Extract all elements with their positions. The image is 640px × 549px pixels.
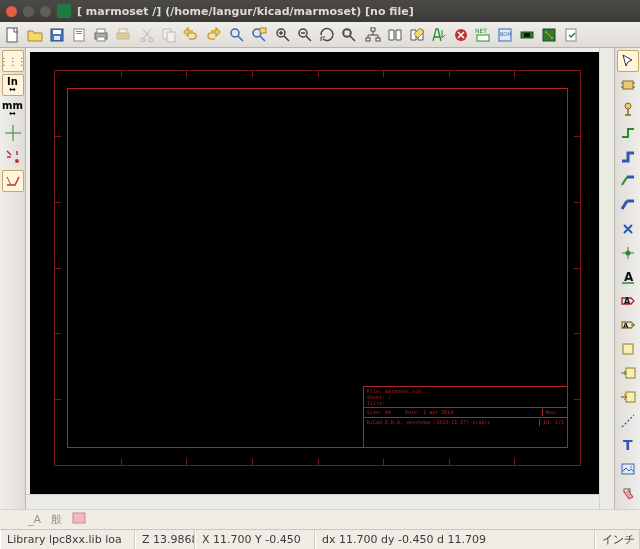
copy-button[interactable] xyxy=(158,24,179,45)
undo-button[interactable] xyxy=(180,24,201,45)
left-toolbar: ⋮⋮⋮ In↔ mm↔ xyxy=(0,48,26,509)
page-settings-button[interactable] xyxy=(68,24,89,45)
ime-kana-mode[interactable]: 般 xyxy=(51,512,62,527)
place-sheetpin-button[interactable] xyxy=(617,386,639,408)
place-image-button[interactable] xyxy=(617,458,639,480)
place-line-button[interactable] xyxy=(617,410,639,432)
library-editor-button[interactable] xyxy=(406,24,427,45)
plot-button[interactable] xyxy=(112,24,133,45)
status-bar: Library lpc8xx.lib loa Z 13.9868 X 11.70… xyxy=(0,529,640,549)
place-noconnect-button[interactable] xyxy=(617,218,639,240)
title-bar: [ marmoset /] (/home/langur/kicad/marmos… xyxy=(0,0,640,22)
place-junction-button[interactable] xyxy=(617,242,639,264)
bus-direction-button[interactable] xyxy=(2,170,24,192)
place-wire2bus-button[interactable] xyxy=(617,170,639,192)
place-text-button[interactable]: T xyxy=(617,434,639,456)
select-tool[interactable] xyxy=(617,50,639,72)
ime-tools-icon[interactable] xyxy=(72,512,86,527)
svg-rect-5 xyxy=(76,31,82,32)
svg-point-40 xyxy=(625,251,630,256)
open-button[interactable] xyxy=(24,24,45,45)
grid-toggle[interactable]: ⋮⋮⋮ xyxy=(2,50,24,72)
zoom-fit-button[interactable] xyxy=(338,24,359,45)
svg-point-39 xyxy=(625,103,631,109)
svg-rect-0 xyxy=(7,28,17,42)
top-toolbar: NET BOM xyxy=(0,22,640,48)
place-power-button[interactable] xyxy=(617,98,639,120)
place-hierlabel-button[interactable]: A xyxy=(617,314,639,336)
zoom-redraw-button[interactable] xyxy=(316,24,337,45)
window-controls xyxy=(6,6,51,17)
netlist-button[interactable]: NET xyxy=(472,24,493,45)
find-button[interactable] xyxy=(226,24,247,45)
svg-rect-15 xyxy=(167,32,175,42)
svg-rect-3 xyxy=(54,36,60,40)
app-icon xyxy=(57,4,71,18)
pcbnew-button[interactable] xyxy=(538,24,559,45)
find-replace-button[interactable] xyxy=(248,24,269,45)
place-bus-button[interactable] xyxy=(617,146,639,168)
svg-rect-4 xyxy=(74,29,84,41)
vertical-scrollbar[interactable] xyxy=(599,48,614,509)
svg-point-16 xyxy=(231,29,239,37)
place-component-button[interactable] xyxy=(617,74,639,96)
redo-button[interactable] xyxy=(202,24,223,45)
hidden-pins-button[interactable] xyxy=(2,146,24,168)
delete-button[interactable] xyxy=(617,482,639,504)
status-zoom: Z 13.9868 xyxy=(135,530,195,549)
right-toolbar: A A A T xyxy=(614,48,640,509)
horizontal-scrollbar[interactable] xyxy=(26,494,599,509)
save-button[interactable] xyxy=(46,24,67,45)
hierarchy-button[interactable] xyxy=(362,24,383,45)
svg-rect-48 xyxy=(622,464,634,474)
canvas-container: File: marmoset.sch Sheet: / Title: Size:… xyxy=(26,48,599,509)
backannotate-button[interactable] xyxy=(560,24,581,45)
place-globallabel-button[interactable]: A xyxy=(617,290,639,312)
ime-input-mode[interactable]: _A xyxy=(28,513,41,526)
window-close-button[interactable] xyxy=(6,6,17,17)
svg-rect-45 xyxy=(626,368,635,378)
ime-bar: _A 般 xyxy=(0,509,640,529)
units-inches-button[interactable]: In↔ xyxy=(2,74,24,96)
svg-rect-22 xyxy=(344,30,350,36)
import-sheetpin-button[interactable] xyxy=(617,362,639,384)
cvpcb-button[interactable] xyxy=(516,24,537,45)
library-browser-button[interactable] xyxy=(384,24,405,45)
cut-button[interactable] xyxy=(136,24,157,45)
place-sheet-button[interactable] xyxy=(617,338,639,360)
svg-rect-23 xyxy=(371,28,375,31)
title-block: File: marmoset.sch Sheet: / Title: Size:… xyxy=(363,386,568,448)
units-mm-button[interactable]: mm↔ xyxy=(2,98,24,120)
cursor-shape-button[interactable] xyxy=(2,122,24,144)
new-button[interactable] xyxy=(2,24,23,45)
svg-rect-44 xyxy=(623,344,633,354)
main-area: ⋮⋮⋮ In↔ mm↔ File: marmoset.sch Sh xyxy=(0,48,640,509)
svg-rect-32 xyxy=(524,33,530,37)
svg-rect-6 xyxy=(76,33,82,34)
annotate-button[interactable] xyxy=(428,24,449,45)
svg-rect-51 xyxy=(73,513,85,523)
titleblock-kicad: KiCad E.D.A. eeschema (2013-11-27)-stabl… xyxy=(367,419,490,426)
place-wire-button[interactable] xyxy=(617,122,639,144)
svg-rect-38 xyxy=(623,81,633,89)
svg-rect-10 xyxy=(117,33,129,39)
window-maximize-button[interactable] xyxy=(40,6,51,17)
titleblock-id: Id: 1/1 xyxy=(539,419,564,426)
zoom-out-button[interactable] xyxy=(294,24,315,45)
svg-point-49 xyxy=(630,466,632,468)
svg-rect-24 xyxy=(366,38,370,41)
schematic-canvas[interactable]: File: marmoset.sch Sheet: / Title: Size:… xyxy=(30,52,599,494)
place-bus2bus-button[interactable] xyxy=(617,194,639,216)
svg-rect-9 xyxy=(97,37,105,41)
print-button[interactable] xyxy=(90,24,111,45)
window-minimize-button[interactable] xyxy=(23,6,34,17)
zoom-in-button[interactable] xyxy=(272,24,293,45)
svg-text:BOM: BOM xyxy=(500,31,512,37)
window-title: [ marmoset /] (/home/langur/kicad/marmos… xyxy=(77,5,414,18)
svg-rect-36 xyxy=(566,29,576,41)
titleblock-date: Date: 1 apr 2014 xyxy=(391,409,542,416)
bom-button[interactable]: BOM xyxy=(494,24,515,45)
place-netlabel-button[interactable]: A xyxy=(617,266,639,288)
erc-button[interactable] xyxy=(450,24,471,45)
svg-rect-2 xyxy=(53,30,61,34)
